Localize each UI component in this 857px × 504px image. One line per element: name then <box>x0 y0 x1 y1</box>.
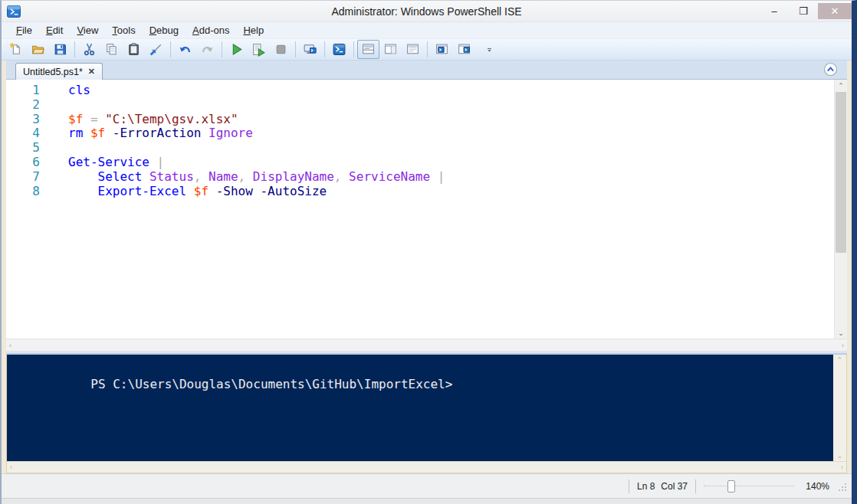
scroll-up-icon[interactable]: ⌃ <box>835 80 847 91</box>
code-row: 8 Export-Excel $f -Show -AutoSize <box>6 185 834 199</box>
toolbar-button-open-script[interactable] <box>27 40 49 59</box>
redo-icon <box>200 42 215 57</box>
code-line[interactable] <box>68 141 76 155</box>
line-number: 4 <box>6 126 40 141</box>
code-row: 7 Select Status, Name, DisplayName, Serv… <box>6 170 834 185</box>
toolbar-separator <box>74 41 75 57</box>
save-script-icon <box>53 42 67 57</box>
console-vertical-scrollbar[interactable]: ⌃ ⌄ <box>833 355 846 461</box>
menu-addons[interactable]: Add-ons <box>186 23 236 38</box>
code-line[interactable]: Get-Service | <box>68 155 164 170</box>
toolbar-button-show-script-pane-maximized[interactable] <box>402 40 424 59</box>
line-number: 5 <box>6 141 40 155</box>
toolbar-button-new-remote-powershell-tab[interactable] <box>299 40 321 59</box>
toolbar-button-paste[interactable] <box>123 40 145 59</box>
scroll-right-icon[interactable]: › <box>842 342 844 349</box>
toolbar-overflow-button[interactable] <box>478 40 501 59</box>
toolbar-button-new-powershell-tab[interactable] <box>431 40 453 59</box>
zoom-slider-thumb[interactable] <box>727 480 735 493</box>
collapse-script-pane-icon[interactable] <box>823 62 838 77</box>
run-script-icon <box>229 42 244 57</box>
scroll-down-icon[interactable]: ⌄ <box>837 452 843 460</box>
show-script-pane-maximized-icon <box>406 42 420 57</box>
editor-scrollbar-thumb[interactable] <box>836 92 846 253</box>
powershell-window-icon <box>457 42 471 57</box>
console-pane: PS C:\Users\Douglas\Documents\GitHub\Imp… <box>6 353 847 473</box>
toolbar-button-start-powershell-exe[interactable] <box>328 40 350 59</box>
toolbar-button-stop-operation[interactable] <box>270 40 292 59</box>
tab-close-icon[interactable]: ✕ <box>88 67 95 77</box>
zoom-slider-track[interactable] <box>704 486 794 486</box>
toolbar-button-copy[interactable] <box>100 40 123 59</box>
toolbar-button-run-selection[interactable] <box>248 40 270 59</box>
script-tab-untitled5[interactable]: Untitled5.ps1* ✕ <box>15 63 103 80</box>
minimize-button[interactable]: – <box>760 3 789 19</box>
menu-help[interactable]: Help <box>236 23 271 38</box>
menu-file[interactable]: File <box>9 23 39 38</box>
new-script-icon <box>8 42 23 57</box>
window-title: Administrator: Windows PowerShell ISE <box>2 5 852 18</box>
console-prompt: PS C:\Users\Douglas\Documents\GitHub\Imp… <box>90 377 452 391</box>
code-row: 5 <box>6 141 834 155</box>
code-line[interactable]: Select Status, Name, DisplayName, Servic… <box>68 170 445 185</box>
clear-console-pane-icon <box>149 42 163 57</box>
code-line[interactable] <box>68 98 76 113</box>
toolbar-separator <box>427 41 428 57</box>
toolbar-button-save-script[interactable] <box>49 40 71 59</box>
code-row: 4rm $f -ErrorAction Ignore <box>6 126 834 141</box>
scroll-left-icon[interactable]: ‹ <box>10 463 12 471</box>
resize-grip[interactable] <box>837 482 847 492</box>
toolbar-button-run-script[interactable] <box>225 40 248 59</box>
new-remote-powershell-tab-icon <box>303 42 317 57</box>
powershell-ise-window: Administrator: Windows PowerShell ISE – … <box>0 0 857 504</box>
scroll-right-icon[interactable]: › <box>841 463 843 471</box>
code-area[interactable]: 1cls2 3$f = "C:\Temp\gsv.xlsx"4rm $f -Er… <box>6 80 834 339</box>
toolbar-button-clear-console-pane[interactable] <box>145 40 167 59</box>
editor-vertical-scrollbar[interactable]: ⌃ ⌄ <box>834 80 847 339</box>
scroll-left-icon[interactable]: ‹ <box>9 342 11 349</box>
show-script-pane-top-icon <box>361 42 376 57</box>
title-bar: Administrator: Windows PowerShell ISE – … <box>2 1 852 21</box>
toolbar-button-undo[interactable] <box>174 40 196 59</box>
toolbar-button-new-script[interactable] <box>5 40 27 59</box>
editor-horizontal-scrollbar[interactable]: ‹ › <box>6 339 847 351</box>
script-tab-label: Untitled5.ps1* <box>23 67 83 77</box>
maximize-button[interactable]: ❒ <box>789 3 818 19</box>
menu-bar: FileEditViewToolsDebugAdd-onsHelp <box>2 21 852 38</box>
line-number: 7 <box>6 170 40 185</box>
menu-view[interactable]: View <box>70 23 105 38</box>
toolbar-separator <box>170 41 171 57</box>
scroll-down-icon[interactable]: ⌄ <box>835 327 847 339</box>
menu-edit[interactable]: Edit <box>39 23 70 38</box>
toolbar-button-powershell-window[interactable] <box>453 40 475 59</box>
toolbar-button-show-script-pane-top[interactable] <box>357 40 379 59</box>
console-horizontal-scrollbar[interactable]: ‹ › <box>7 461 846 473</box>
menu-debug[interactable]: Debug <box>143 23 186 38</box>
code-row: 2 <box>6 98 834 113</box>
statusbar-divider <box>695 479 696 493</box>
zoom-slider[interactable] <box>704 479 794 493</box>
toolbar-separator <box>222 41 222 57</box>
menu-tools[interactable]: Tools <box>105 23 142 38</box>
code-line[interactable]: rm $f -ErrorAction Ignore <box>68 126 253 141</box>
status-bar: Ln 8 Col 37 140% <box>2 473 852 498</box>
close-button[interactable]: ✕ <box>818 3 852 19</box>
code-line[interactable]: cls <box>68 83 90 98</box>
toolbar-button-cut[interactable] <box>78 40 100 59</box>
scroll-up-icon[interactable]: ⌃ <box>837 356 843 364</box>
toolbar-button-show-script-pane-right[interactable] <box>379 40 402 59</box>
code-row: 3$f = "C:\Temp\gsv.xlsx" <box>6 113 834 127</box>
code-line[interactable]: $f = "C:\Temp\gsv.xlsx" <box>68 113 238 127</box>
code-line[interactable]: Export-Excel $f -Show -AutoSize <box>68 185 327 199</box>
cursor-column-indicator: Col 37 <box>661 481 688 492</box>
console-output[interactable]: PS C:\Users\Douglas\Documents\GitHub\Imp… <box>7 355 833 461</box>
line-number: 8 <box>6 185 40 199</box>
toolbar-button-redo[interactable] <box>196 40 218 59</box>
stop-operation-icon <box>274 42 288 57</box>
statusbar-divider <box>629 479 629 493</box>
new-powershell-tab-icon <box>435 42 449 57</box>
zoom-level-label: 140% <box>802 481 829 492</box>
copy-icon <box>104 42 119 57</box>
show-script-pane-right-icon <box>383 42 398 57</box>
window-bottom-edge <box>2 498 852 504</box>
